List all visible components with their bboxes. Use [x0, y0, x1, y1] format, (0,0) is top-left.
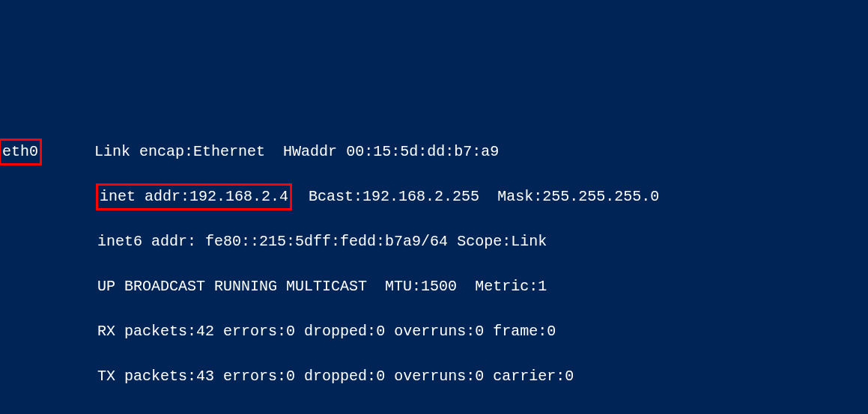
scope-label: Scope:	[457, 233, 511, 250]
tx-overruns-value: 0	[475, 368, 484, 385]
mask-label: Mask:	[497, 188, 542, 205]
inet-addr-label: inet addr:	[100, 188, 189, 205]
rx-frame-value: 0	[547, 323, 556, 340]
link-encap-value: Ethernet	[193, 143, 265, 160]
overruns-label: overruns:	[394, 323, 475, 340]
inet6-addr-value: fe80::215:5dff:fedd:b7a9/64	[205, 233, 448, 250]
rx-overruns-value: 0	[475, 323, 484, 340]
scope-value: Link	[511, 233, 547, 250]
hwaddr-label: HWaddr	[283, 143, 337, 160]
tx-errors-value: 0	[286, 368, 295, 385]
frame-label: frame:	[493, 323, 547, 340]
tx-packets-value: 43	[196, 368, 214, 385]
flags-value: UP BROADCAST RUNNING MULTICAST	[97, 278, 367, 295]
errors-label: errors:	[223, 368, 286, 385]
terminal-output: eth0 Link encap:Ethernet HWaddr 00:15:5d…	[0, 96, 868, 414]
mtu-label: MTU:	[385, 278, 421, 295]
carrier-label: carrier:	[493, 368, 565, 385]
overruns-label: overruns:	[394, 368, 475, 385]
rx-errors-value: 0	[286, 323, 295, 340]
bcast-label: Bcast:	[309, 188, 362, 205]
interface-block-eth0: eth0 Link encap:Ethernet HWaddr 00:15:5d…	[0, 118, 868, 414]
hwaddr-value: 00:15:5d:dd:b7:a9	[346, 143, 499, 160]
tx-dropped-value: 0	[376, 368, 385, 385]
tx-carrier-value: 0	[565, 368, 574, 385]
metric-value: 1	[538, 278, 547, 295]
link-encap-label: Link encap:	[94, 143, 193, 160]
dropped-label: dropped:	[304, 323, 376, 340]
inet-addr-highlight: inet addr:192.168.2.4	[96, 183, 292, 210]
inet-addr-value: 192.168.2.4	[189, 188, 288, 205]
inet6-addr-label: inet6 addr:	[97, 233, 196, 250]
interface-name: eth0	[2, 143, 38, 160]
mtu-value: 1500	[421, 278, 457, 295]
bcast-value: 192.168.2.255	[362, 188, 479, 205]
rx-packets-label: RX packets:	[97, 323, 196, 340]
tx-packets-label: TX packets:	[97, 368, 196, 385]
metric-label: Metric:	[475, 278, 538, 295]
dropped-label: dropped:	[304, 368, 376, 385]
rx-dropped-value: 0	[376, 323, 385, 340]
errors-label: errors:	[223, 323, 286, 340]
interface-name-highlight: eth0	[0, 138, 42, 165]
rx-packets-value: 42	[196, 323, 214, 340]
mask-value: 255.255.255.0	[542, 188, 659, 205]
